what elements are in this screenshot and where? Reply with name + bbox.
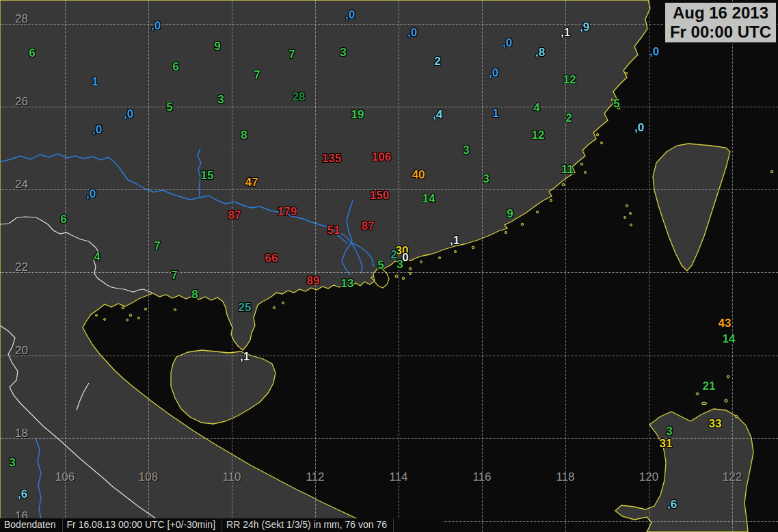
date-text: Aug 16 2013 — [670, 3, 771, 23]
status-bar: Bodendaten Fr 16.08.13 00:00 UTC [+0/-30… — [0, 518, 443, 532]
estuary-pearl-river — [373, 269, 389, 288]
landmass-mainland — [0, 0, 650, 532]
status-product-info: RR 24h (Sekt 1/3/5) in mm, 76 von 76 — [222, 518, 394, 532]
time-text: Fr 00:00 UTC — [670, 23, 771, 42]
island-hainan — [171, 350, 276, 424]
status-timestamp: Fr 16.08.13 00:00 UTC [+0/-30min] — [63, 518, 223, 532]
datetime-box: Aug 16 2013 Fr 00:00 UTC — [664, 1, 777, 44]
map-canvas[interactable] — [0, 0, 778, 532]
status-data-source: Bodendaten — [0, 518, 63, 532]
island-luzon — [615, 409, 753, 532]
weather-map-app: 2826242220181610610811011211411611812012… — [0, 0, 778, 532]
island-taiwan — [653, 144, 730, 271]
